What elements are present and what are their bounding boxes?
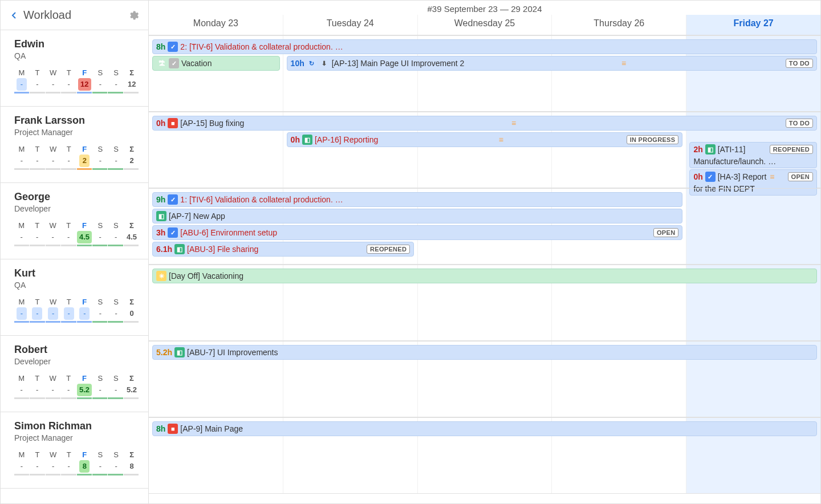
person-role: Developer (14, 204, 139, 213)
task-cell[interactable]: 2h◧[ATI-11]REOPENEDManufacture/launch. … (689, 142, 817, 168)
person-card[interactable]: KurtQAM-T-W-T-F-S-S-Σ0 (1, 259, 148, 336)
day-label: T (30, 374, 45, 383)
task-bar[interactable]: 5.2h◧[ABU-7] UI Improvements (152, 345, 817, 360)
back-button[interactable] (9, 10, 20, 21)
day-value: - (32, 384, 42, 396)
task-hours: 3h (156, 228, 165, 237)
task-title: 1: [TIV-6] Validation & collateral produ… (180, 195, 343, 204)
day-value: - (95, 231, 105, 243)
settings-button[interactable] (127, 9, 140, 22)
task-title: [HA-3] Report (718, 172, 767, 181)
day-label: F (78, 68, 92, 77)
day-label: T (30, 145, 45, 153)
day-header[interactable]: Monday 23 (149, 15, 283, 35)
priority-icon: ≡ (511, 119, 516, 128)
people-list: EdwinQAM-T-W-T-F12S-S-Σ12Frank LarssonPr… (1, 30, 148, 489)
task-title: [AP-16] Reporting (315, 135, 378, 144)
day-value: - (95, 78, 105, 91)
day-label: T (62, 298, 76, 306)
task-bar[interactable]: ◧[AP-7] New App (152, 209, 682, 223)
day-label: S (93, 221, 108, 230)
task-check-icon: ✓ (168, 194, 178, 205)
person-card[interactable]: Frank LarssonProject ManagerM-T-W-T-F2S-… (1, 107, 148, 183)
day-value: - (17, 460, 27, 473)
task-bar[interactable]: 10h↻⬇[AP-13] Main Page UI Improvement 2≡… (287, 56, 817, 71)
workload-bar (14, 92, 139, 94)
person-card[interactable]: RobertDeveloperM-T-W-T-F5.2S-S-Σ5.2 (1, 336, 148, 412)
done-icon: ✓ (169, 58, 179, 68)
status-tag: OPEN (653, 228, 678, 237)
day-value: - (17, 307, 27, 320)
priority-icon: ≡ (621, 59, 626, 68)
task-bar[interactable]: 8h■[AP-9] Main Page (152, 421, 817, 436)
person-lane: 8h✓2: [TIV-6] Validation & collateral pr… (149, 35, 820, 112)
status-tag: IN PROGRESS (627, 135, 679, 144)
task-bar[interactable]: 8h✓2: [TIV-6] Validation & collateral pr… (152, 39, 817, 54)
day-value: - (17, 231, 27, 243)
days-summary: M-T-W-T-F12S-S-Σ12 (14, 68, 139, 91)
task-bar[interactable]: 6.1h◧[ABU-3] File sharingREOPENED (152, 242, 414, 257)
day-label: M (14, 221, 29, 230)
day-label: T (62, 450, 76, 459)
day-label: T (30, 221, 45, 230)
day-header[interactable]: Friday 27 (686, 15, 820, 35)
person-card[interactable]: EdwinQAM-T-W-T-F12S-S-Σ12 (1, 30, 148, 107)
sidebar-title: Workload (23, 9, 127, 22)
day-value: - (17, 155, 27, 167)
task-title: [AP-15] Bug fixing (180, 119, 244, 128)
person-name: Frank Larsson (14, 115, 139, 127)
person-name: George (14, 191, 139, 203)
day-value: 2 (79, 155, 90, 167)
task-title: [Day Off] Vacationing (169, 271, 243, 281)
day-label: Σ (124, 298, 139, 306)
day-label: W (46, 374, 60, 383)
day-value: - (64, 307, 74, 320)
day-value: - (64, 78, 74, 91)
day-label: Σ (124, 145, 139, 153)
week-title: #39 September 23 — 29 2024 (149, 1, 820, 15)
task-title: [ATI-11] (718, 145, 746, 154)
person-role: Developer (14, 357, 139, 366)
day-header[interactable]: Thursday 26 (551, 15, 686, 35)
day-header[interactable]: Tuesday 24 (283, 15, 417, 35)
person-card[interactable]: GeorgeDeveloperM-T-W-T-F4.5S-S-Σ4.5 (1, 183, 148, 259)
task-bar[interactable]: 3h✓[ABU-6] Environment setupOPEN (152, 225, 682, 240)
day-value: - (111, 78, 121, 91)
person-card[interactable]: Simon RichmanProject ManagerM-T-W-T-F8S-… (1, 412, 148, 489)
day-value: - (64, 155, 74, 167)
day-value: - (32, 231, 42, 243)
day-label: S (109, 221, 124, 230)
person-name: Kurt (14, 267, 139, 279)
task-bar[interactable]: 🏝✓Vacation (152, 56, 280, 71)
person-role: Project Manager (14, 433, 139, 442)
day-value: - (111, 460, 121, 473)
sidebar: Workload EdwinQAM-T-W-T-F12S-S-Σ12Frank … (1, 1, 149, 503)
task-bar[interactable]: ✳[Day Off] Vacationing (152, 269, 817, 283)
bug-icon: ■ (168, 424, 178, 434)
day-value: - (17, 384, 27, 396)
day-value: - (48, 231, 58, 243)
refresh-icon: ↻ (307, 58, 317, 68)
task-bar[interactable]: 0h◧[AP-16] Reporting≡IN PROGRESS (287, 132, 683, 147)
day-value: - (32, 460, 42, 473)
task-hours: 8h (156, 42, 165, 51)
task-check-icon: ✓ (705, 172, 716, 182)
day-label: S (109, 298, 124, 306)
task-bar[interactable]: 9h✓1: [TIV-6] Validation & collateral pr… (152, 192, 682, 207)
day-label: Σ (124, 450, 139, 459)
day-value: 12 (125, 78, 138, 91)
day-value: 8 (127, 460, 137, 473)
sidebar-header: Workload (1, 1, 148, 30)
day-label: S (93, 68, 108, 77)
day-label: S (109, 374, 124, 383)
day-label: Σ (124, 68, 139, 77)
day-value: - (64, 460, 74, 473)
task-bar[interactable]: 0h■[AP-15] Bug fixing≡TO DO (152, 116, 817, 131)
day-header[interactable]: Wednesday 25 (417, 15, 552, 35)
day-label: W (46, 298, 60, 306)
day-label: S (109, 145, 124, 153)
task-title: [ABU-6] Environment setup (180, 228, 277, 237)
day-value: - (17, 78, 27, 91)
task-title: [AP-7] New App (169, 212, 225, 221)
person-role: Project Manager (14, 128, 139, 137)
